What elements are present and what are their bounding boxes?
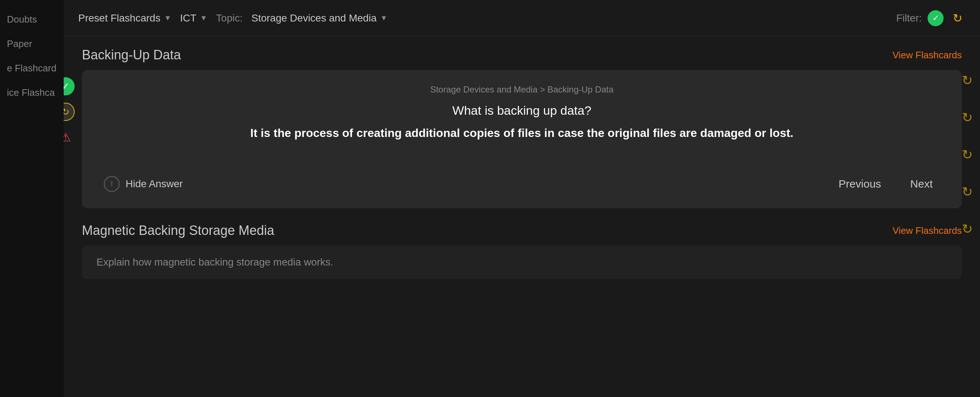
hide-answer-section: ! Hide Answer — [104, 176, 183, 192]
preset-flashcards-label: Preset Flashcards — [78, 13, 161, 24]
right-refresh-icon-3[interactable]: ↻ — [962, 147, 973, 163]
topic-dropdown[interactable]: Storage Devices and Media ▼ — [251, 13, 388, 24]
section1-view-flashcards-link[interactable]: View Flashcards — [892, 49, 962, 61]
flashcard-footer: ! Hide Answer Previous Next — [104, 163, 940, 194]
section2-card: Explain how magnetic backing storage med… — [82, 246, 962, 279]
hide-answer-button[interactable]: Hide Answer — [126, 178, 183, 190]
right-refresh-icon-1[interactable]: ↻ — [962, 73, 973, 88]
flashcard-answer: It is the process of creating additional… — [104, 125, 940, 163]
flashcard-known-icon[interactable]: ✓ — [64, 77, 75, 96]
main-content: Preset Flashcards ▼ ICT ▼ Topic: Storage… — [64, 0, 980, 397]
content-area: Backing-Up Data View Flashcards ✓ ↻ ⚠ St… — [64, 37, 980, 397]
sidebar: Doubts Paper e Flashcard ice Flashca — [0, 0, 64, 397]
sidebar-item-doubts[interactable]: Doubts — [0, 7, 64, 32]
nav-buttons: Previous Next — [832, 174, 940, 194]
right-refresh-icon-2[interactable]: ↻ — [962, 110, 973, 125]
sidebar-item-practice-flashcard[interactable]: ice Flashca — [0, 80, 64, 105]
sidebar-item-e-flashcard[interactable]: e Flashcard — [0, 56, 64, 80]
ict-label: ICT — [180, 13, 196, 24]
filter-refresh-icon[interactable]: ↻ — [950, 10, 966, 26]
ict-arrow-icon: ▼ — [200, 14, 207, 22]
storage-devices-label: Storage Devices and Media — [251, 13, 377, 24]
filter-label: Filter: — [896, 13, 922, 24]
flashcard-breadcrumb: Storage Devices and Media > Backing-Up D… — [104, 85, 940, 95]
flashcard-modal: Storage Devices and Media > Backing-Up D… — [82, 70, 962, 208]
next-button[interactable]: Next — [903, 174, 940, 194]
filter-green-check-icon[interactable]: ✓ — [928, 10, 943, 26]
flashcard-warning-icon[interactable]: ⚠ — [64, 128, 75, 147]
right-refresh-icon-4[interactable]: ↻ — [962, 184, 973, 199]
section1-title: Backing-Up Data — [82, 47, 181, 63]
filter-section: Filter: ✓ ↻ — [896, 10, 966, 26]
section1-header: Backing-Up Data View Flashcards — [82, 47, 962, 63]
preset-flashcards-dropdown[interactable]: Preset Flashcards ▼ — [78, 13, 171, 24]
sidebar-item-paper[interactable]: Paper — [0, 32, 64, 56]
section2-header: Magnetic Backing Storage Media View Flas… — [82, 223, 962, 238]
right-refresh-icons: ↻ ↻ ↻ ↻ ↻ — [962, 73, 973, 237]
section2-title: Magnetic Backing Storage Media — [82, 223, 274, 238]
topic-label: Topic: — [216, 13, 242, 24]
exclamation-icon[interactable]: ! — [104, 176, 120, 192]
ict-dropdown[interactable]: ICT ▼ — [180, 13, 207, 24]
flashcard-icons-panel: ✓ ↻ ⚠ — [64, 77, 75, 147]
right-refresh-icon-5[interactable]: ↻ — [962, 222, 973, 237]
flashcard-question: What is backing up data? — [104, 104, 940, 118]
flashcard-container: ✓ ↻ ⚠ Storage Devices and Media > Backin… — [82, 70, 962, 208]
previous-button[interactable]: Previous — [832, 174, 889, 194]
topic-arrow-icon: ▼ — [380, 14, 387, 22]
topbar: Preset Flashcards ▼ ICT ▼ Topic: Storage… — [64, 0, 980, 37]
section2-card-text: Explain how magnetic backing storage med… — [97, 257, 334, 268]
section2-view-flashcards-link[interactable]: View Flashcards — [892, 225, 962, 236]
flashcard-review-icon[interactable]: ↻ — [64, 103, 75, 121]
preset-flashcards-arrow-icon: ▼ — [164, 14, 172, 22]
